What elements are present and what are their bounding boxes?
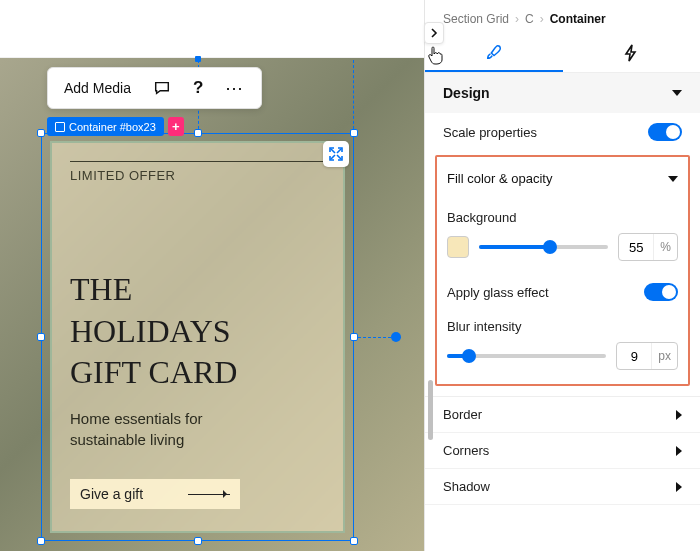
slider-knob[interactable] [462,349,476,363]
bolt-icon [623,44,639,62]
breadcrumb-item[interactable]: Section Grid [443,12,509,26]
fill-opacity-header[interactable]: Fill color & opacity [445,167,680,196]
resize-handle[interactable] [350,537,358,545]
background-row: % [445,233,680,261]
resize-handle[interactable] [350,129,358,137]
breadcrumb-current: Container [550,12,606,26]
section-design[interactable]: Design [425,73,700,113]
comment-button[interactable] [143,70,181,106]
resize-handle[interactable] [37,537,45,545]
mode-tabs [425,34,700,73]
floating-toolbar: Add Media ? ⋯ [47,67,262,109]
guide-anchor [195,56,201,62]
canvas-topbar [0,0,424,58]
background-opacity-field[interactable] [619,240,653,255]
resize-handle[interactable] [194,537,202,545]
help-button[interactable]: ? [183,70,213,106]
fill-opacity-subpanel: Fill color & opacity Background % Apply … [435,155,690,386]
shadow-label: Shadow [443,479,490,494]
selection-tag-label[interactable]: Container #box23 [47,117,164,136]
blur-input: px [616,342,678,370]
selection-frame[interactable] [41,133,354,541]
brush-icon [485,43,503,61]
expand-icon [329,147,343,161]
fill-opacity-label: Fill color & opacity [447,171,552,186]
unit-label: % [653,234,677,260]
chevron-right-icon [676,410,682,420]
selection-add-button[interactable]: + [168,117,184,136]
blur-label: Blur intensity [447,319,678,334]
section-design-label: Design [443,85,490,101]
collapsed-sections: Border Corners Shadow [425,396,700,505]
border-label: Border [443,407,482,422]
glass-toggle[interactable] [644,283,678,301]
tab-interactions[interactable] [563,34,701,72]
resize-handle[interactable] [37,333,45,341]
chevron-down-icon [672,90,682,96]
blur-slider[interactable] [447,354,606,358]
selection-side-anchor[interactable] [391,332,401,342]
background-color-swatch[interactable] [447,236,469,258]
add-media-button[interactable]: Add Media [54,70,141,106]
scale-label: Scale properties [443,125,537,140]
breadcrumb: Section Grid › C › Container [425,0,700,34]
row-corners[interactable]: Corners [425,433,700,469]
breadcrumb-item[interactable]: C [525,12,534,26]
breadcrumb-sep: › [515,12,519,26]
resize-handle[interactable] [350,333,358,341]
background-opacity-slider[interactable] [479,245,608,249]
background-opacity-input: % [618,233,678,261]
chevron-right-icon [676,482,682,492]
row-scale-properties: Scale properties [425,113,700,151]
chat-icon [153,79,171,97]
row-shadow[interactable]: Shadow [425,469,700,505]
guide-line [353,60,354,134]
blur-row: px [445,342,680,370]
resize-handle[interactable] [194,129,202,137]
more-button[interactable]: ⋯ [215,70,255,106]
chevron-right-icon [430,28,438,38]
row-border[interactable]: Border [425,397,700,433]
chevron-right-icon [676,446,682,456]
unit-label: px [651,343,677,369]
resize-handle[interactable] [37,129,45,137]
slider-knob[interactable] [543,240,557,254]
properties-panel: Section Grid › C › Container Design Scal… [424,0,700,551]
selection-tag: Container #box23 + [47,117,184,136]
expand-button[interactable] [323,141,349,167]
corners-label: Corners [443,443,489,458]
chevron-down-icon [668,176,678,182]
background-label: Background [447,210,678,225]
cursor-pointer-icon [426,44,446,70]
slider-fill [479,245,550,249]
canvas: LIMITED OFFER THE HOLIDAYS GIFT CARD Hom… [0,0,424,551]
row-glass-effect: Apply glass effect [445,279,680,305]
breadcrumb-sep: › [540,12,544,26]
scrollbar[interactable] [428,380,433,440]
scale-toggle[interactable] [648,123,682,141]
blur-field[interactable] [617,349,651,364]
glass-label: Apply glass effect [447,285,549,300]
panel-collapse-button[interactable] [424,22,444,44]
